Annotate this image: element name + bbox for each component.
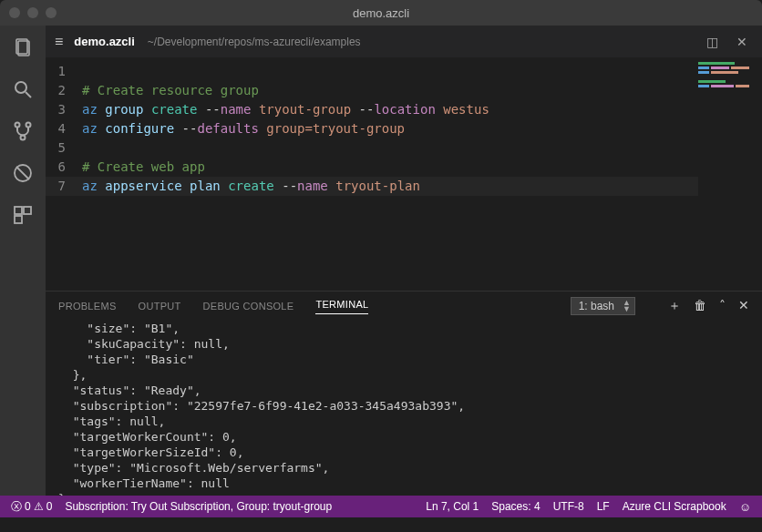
svg-rect-10 xyxy=(24,207,31,214)
terminal-selector[interactable]: 1: bash ▲▼ xyxy=(571,297,635,315)
code-comment: # Create web app xyxy=(82,159,205,174)
bottom-panel: PROBLEMS OUTPUT DEBUG CONSOLE TERMINAL 1… xyxy=(46,291,762,496)
code-token: az xyxy=(82,121,98,136)
source-control-icon[interactable] xyxy=(10,118,36,144)
svg-point-5 xyxy=(26,123,31,128)
maximize-panel-icon[interactable]: ˄ xyxy=(719,298,726,314)
svg-point-2 xyxy=(15,82,26,93)
panel-tabs: PROBLEMS OUTPUT DEBUG CONSOLE TERMINAL 1… xyxy=(46,292,762,321)
minimize-window[interactable] xyxy=(27,7,38,18)
status-encoding[interactable]: UTF-8 xyxy=(550,500,588,513)
code-token: name xyxy=(221,102,252,117)
close-panel-icon[interactable]: ✕ xyxy=(738,298,749,314)
line-number: 5 xyxy=(46,138,66,158)
kill-terminal-icon[interactable]: 🗑 xyxy=(694,298,706,314)
debug-icon[interactable] xyxy=(10,160,36,186)
line-number: 6 xyxy=(46,158,66,177)
error-icon: ⓧ xyxy=(11,499,22,515)
chevron-updown-icon: ▲▼ xyxy=(623,300,631,312)
feedback-icon[interactable]: ☺ xyxy=(736,500,755,514)
code-token: westus xyxy=(443,102,489,117)
status-language[interactable]: Azure CLI Scrapbook xyxy=(619,500,730,513)
code-content[interactable]: # Create resource group az group create … xyxy=(82,62,762,286)
tab-problems[interactable]: PROBLEMS xyxy=(58,301,117,312)
code-token: tryout-group xyxy=(259,102,351,117)
svg-line-3 xyxy=(26,92,31,97)
warning-icon: ⚠ xyxy=(34,500,44,513)
terminal-output[interactable]: "size": "B1", "skuCapacity": null, "tier… xyxy=(46,321,762,496)
code-token: az xyxy=(82,102,98,117)
line-number: 4 xyxy=(46,119,66,138)
svg-point-6 xyxy=(21,136,26,140)
line-number: 2 xyxy=(46,81,66,100)
status-spaces[interactable]: Spaces: 4 xyxy=(488,500,543,513)
code-token: location xyxy=(374,102,435,117)
zoom-window[interactable] xyxy=(46,7,57,18)
tab-output[interactable]: OUTPUT xyxy=(139,301,181,312)
tab-path: ~/Development/repos/ms-azurecli/examples xyxy=(148,36,361,48)
terminal-selector-label: 1: bash xyxy=(579,300,614,312)
status-subscription[interactable]: Subscription: Try Out Subscription, Grou… xyxy=(61,500,335,513)
tab-filename[interactable]: demo.azcli xyxy=(74,35,134,48)
status-errors[interactable]: ⓧ0 ⚠0 xyxy=(7,499,56,515)
menu-icon[interactable]: ≡ xyxy=(55,34,63,50)
svg-rect-11 xyxy=(15,216,22,223)
error-count: 0 xyxy=(25,500,31,513)
window-title: demo.azcli xyxy=(353,6,409,20)
activity-bar xyxy=(0,26,46,496)
tab-terminal[interactable]: TERMINAL xyxy=(315,299,368,314)
status-bar: ⓧ0 ⚠0 Subscription: Try Out Subscription… xyxy=(0,496,762,517)
editor-tabbar: ≡ demo.azcli ~/Development/repos/ms-azur… xyxy=(46,26,762,57)
svg-line-8 xyxy=(16,167,29,179)
search-icon[interactable] xyxy=(10,77,36,102)
warning-count: 0 xyxy=(46,500,53,513)
line-gutter: 1 2 3 4 5 6 7 xyxy=(46,62,82,286)
code-comment: # Create resource group xyxy=(82,83,259,97)
code-token: group=tryout-group xyxy=(266,121,405,136)
line-number: 1 xyxy=(46,62,66,81)
code-token: configure xyxy=(105,121,174,136)
new-terminal-icon[interactable]: ＋ xyxy=(668,298,681,314)
code-token: defaults xyxy=(197,121,258,136)
window-controls xyxy=(9,7,57,18)
code-editor[interactable]: 1 2 3 4 5 6 7 # Create resource group az… xyxy=(46,57,762,291)
close-window[interactable] xyxy=(9,7,20,18)
minimap[interactable] xyxy=(698,62,753,89)
status-eol[interactable]: LF xyxy=(593,500,613,513)
line-number: 3 xyxy=(46,100,66,119)
title-bar: demo.azcli xyxy=(0,0,762,26)
extensions-icon[interactable] xyxy=(10,202,36,228)
split-editor-icon[interactable]: ◫ xyxy=(701,35,724,49)
current-line-highlight xyxy=(46,177,698,196)
svg-rect-9 xyxy=(15,207,22,214)
tab-debug-console[interactable]: DEBUG CONSOLE xyxy=(203,301,294,312)
code-token: create xyxy=(151,102,198,117)
code-token: group xyxy=(105,102,143,117)
svg-point-4 xyxy=(15,123,20,128)
explorer-icon[interactable] xyxy=(10,35,36,60)
close-tab-icon[interactable]: ✕ xyxy=(731,35,753,49)
status-cursor[interactable]: Ln 7, Col 1 xyxy=(422,500,482,513)
